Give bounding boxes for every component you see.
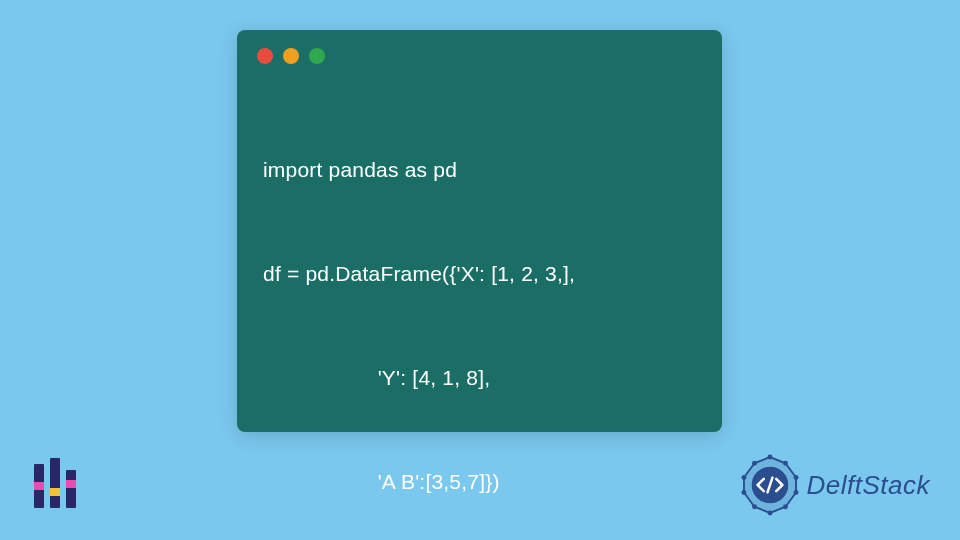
svg-point-10 <box>752 504 757 509</box>
svg-point-8 <box>783 504 788 509</box>
svg-point-12 <box>741 475 746 480</box>
brand-name: DelftStack <box>807 470 931 501</box>
code-line: df = pd.DataFrame({'X': [1, 2, 3,], <box>263 257 696 292</box>
svg-point-7 <box>793 490 798 495</box>
minimize-icon <box>283 48 299 64</box>
code-block: import pandas as pd df = pd.DataFrame({'… <box>237 74 722 540</box>
code-window: import pandas as pd df = pd.DataFrame({'… <box>237 30 722 432</box>
svg-point-5 <box>783 461 788 466</box>
brand-logo: DelftStack <box>739 454 931 516</box>
window-controls <box>237 30 722 74</box>
svg-point-4 <box>767 455 772 460</box>
logo-bar <box>50 458 60 508</box>
zoom-icon <box>309 48 325 64</box>
code-line: import pandas as pd <box>263 153 696 188</box>
code-line: 'A B':[3,5,7]}) <box>263 465 696 500</box>
gear-code-icon <box>739 454 801 516</box>
logo-bar <box>66 470 76 508</box>
code-line: 'Y': [4, 1, 8], <box>263 361 696 396</box>
svg-point-13 <box>752 461 757 466</box>
svg-point-11 <box>741 490 746 495</box>
svg-point-6 <box>793 475 798 480</box>
bars-logo-icon <box>34 458 76 508</box>
close-icon <box>257 48 273 64</box>
logo-bar <box>34 464 44 508</box>
svg-point-9 <box>767 510 772 515</box>
